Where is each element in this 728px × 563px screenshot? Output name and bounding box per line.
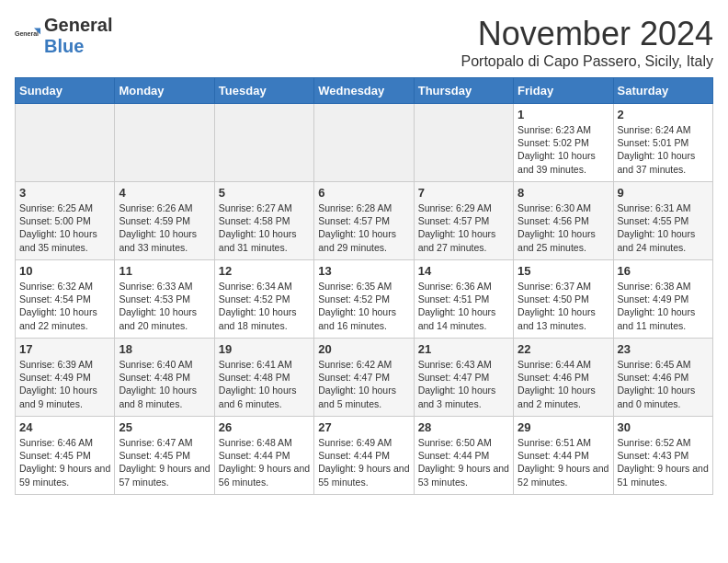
calendar-cell — [314, 104, 414, 182]
calendar-cell: 10Sunrise: 6:32 AMSunset: 4:54 PMDayligh… — [16, 260, 115, 339]
calendar-week-2: 3Sunrise: 6:25 AMSunset: 5:00 PMDaylight… — [16, 182, 713, 260]
day-info: Sunset: 4:45 PM — [19, 449, 110, 462]
logo-general: General — [44, 15, 112, 35]
day-info: Daylight: 9 hours and 51 minutes. — [618, 462, 709, 488]
day-info: Daylight: 10 hours and 39 minutes. — [518, 149, 609, 175]
day-number: 2 — [618, 108, 709, 121]
day-info: Sunset: 4:48 PM — [219, 371, 310, 384]
calendar-cell: 4Sunrise: 6:26 AMSunset: 4:59 PMDaylight… — [115, 182, 214, 260]
day-info: Sunrise: 6:34 AM — [219, 280, 310, 293]
logo-wordmark: General Blue — [44, 15, 112, 57]
day-info: Sunrise: 6:23 AM — [518, 123, 609, 136]
day-info: Sunset: 4:52 PM — [318, 293, 409, 305]
calendar-cell: 29Sunrise: 6:51 AMSunset: 4:44 PMDayligh… — [514, 417, 613, 495]
day-info: Sunrise: 6:28 AM — [318, 201, 409, 214]
day-info: Daylight: 10 hours and 24 minutes. — [618, 227, 709, 253]
day-info: Sunset: 4:49 PM — [19, 371, 110, 384]
day-number: 8 — [518, 186, 609, 200]
svg-text:General: General — [15, 30, 39, 37]
calendar-cell: 14Sunrise: 6:36 AMSunset: 4:51 PMDayligh… — [414, 260, 513, 339]
calendar-cell: 28Sunrise: 6:50 AMSunset: 4:44 PMDayligh… — [414, 417, 513, 495]
day-info: Sunrise: 6:46 AM — [19, 436, 110, 449]
day-info: Daylight: 10 hours and 5 minutes. — [318, 384, 409, 409]
calendar-week-4: 17Sunrise: 6:39 AMSunset: 4:49 PMDayligh… — [16, 339, 713, 417]
day-info: Daylight: 9 hours and 59 minutes. — [19, 462, 110, 488]
day-info: Sunset: 4:58 PM — [219, 214, 310, 227]
day-info: Sunset: 4:47 PM — [318, 371, 409, 384]
calendar-cell: 6Sunrise: 6:28 AMSunset: 4:57 PMDaylight… — [314, 182, 414, 260]
calendar-cell — [16, 104, 115, 182]
day-number: 12 — [219, 264, 310, 278]
day-info: Sunset: 4:47 PM — [418, 371, 509, 384]
day-number: 30 — [618, 420, 709, 434]
day-info: Sunset: 4:43 PM — [618, 449, 709, 462]
day-info: Daylight: 9 hours and 56 minutes. — [219, 462, 310, 488]
day-info: Sunset: 4:55 PM — [618, 214, 709, 227]
calendar-cell: 27Sunrise: 6:49 AMSunset: 4:44 PMDayligh… — [314, 417, 414, 495]
day-info: Daylight: 10 hours and 18 minutes. — [219, 305, 310, 331]
day-number: 5 — [219, 186, 310, 200]
day-number: 27 — [318, 420, 409, 434]
calendar-cell: 7Sunrise: 6:29 AMSunset: 4:57 PMDaylight… — [414, 182, 513, 260]
day-info: Sunrise: 6:40 AM — [119, 358, 210, 371]
day-info: Daylight: 10 hours and 29 minutes. — [318, 227, 409, 253]
day-number: 16 — [618, 264, 709, 278]
logo-blue: Blue — [44, 36, 84, 56]
day-info: Sunset: 5:01 PM — [618, 136, 709, 149]
day-info: Daylight: 10 hours and 16 minutes. — [318, 305, 409, 331]
day-info: Sunrise: 6:38 AM — [618, 280, 709, 293]
day-number: 26 — [219, 420, 310, 434]
day-info: Sunrise: 6:52 AM — [618, 436, 709, 449]
month-title: November 2024 — [461, 15, 714, 53]
day-info: Daylight: 10 hours and 6 minutes. — [219, 384, 310, 409]
day-number: 9 — [618, 186, 709, 200]
day-number: 19 — [219, 342, 310, 356]
day-info: Daylight: 9 hours and 53 minutes. — [418, 462, 509, 488]
day-info: Sunrise: 6:45 AM — [618, 358, 709, 371]
day-info: Sunrise: 6:42 AM — [318, 358, 409, 371]
calendar-cell: 13Sunrise: 6:35 AMSunset: 4:52 PMDayligh… — [314, 260, 414, 339]
day-number: 10 — [19, 264, 110, 278]
day-info: Sunrise: 6:24 AM — [618, 123, 709, 136]
day-info: Sunrise: 6:33 AM — [119, 280, 210, 293]
day-info: Sunset: 4:49 PM — [618, 293, 709, 305]
day-number: 4 — [119, 186, 210, 200]
calendar-cell — [214, 104, 313, 182]
day-info: Sunrise: 6:25 AM — [19, 201, 110, 214]
day-info: Sunrise: 6:36 AM — [418, 280, 509, 293]
calendar-cell: 9Sunrise: 6:31 AMSunset: 4:55 PMDaylight… — [613, 182, 712, 260]
day-info: Daylight: 10 hours and 9 minutes. — [19, 384, 110, 409]
day-info: Daylight: 10 hours and 3 minutes. — [418, 384, 509, 409]
day-number: 14 — [418, 264, 509, 278]
day-info: Sunset: 4:46 PM — [618, 371, 709, 384]
calendar-cell: 8Sunrise: 6:30 AMSunset: 4:56 PMDaylight… — [514, 182, 613, 260]
day-info: Daylight: 10 hours and 25 minutes. — [518, 227, 609, 253]
day-info: Sunset: 4:53 PM — [119, 293, 210, 305]
header-friday: Friday — [514, 78, 613, 104]
day-info: Sunrise: 6:44 AM — [518, 358, 609, 371]
calendar-cell: 3Sunrise: 6:25 AMSunset: 5:00 PMDaylight… — [16, 182, 115, 260]
calendar-cell: 12Sunrise: 6:34 AMSunset: 4:52 PMDayligh… — [214, 260, 313, 339]
calendar-week-5: 24Sunrise: 6:46 AMSunset: 4:45 PMDayligh… — [16, 417, 713, 495]
day-info: Daylight: 10 hours and 37 minutes. — [618, 149, 709, 175]
calendar-cell: 25Sunrise: 6:47 AMSunset: 4:45 PMDayligh… — [115, 417, 214, 495]
calendar-cell: 15Sunrise: 6:37 AMSunset: 4:50 PMDayligh… — [514, 260, 613, 339]
day-info: Daylight: 10 hours and 14 minutes. — [418, 305, 509, 331]
day-info: Sunrise: 6:41 AM — [219, 358, 310, 371]
calendar-cell: 11Sunrise: 6:33 AMSunset: 4:53 PMDayligh… — [115, 260, 214, 339]
calendar-cell: 21Sunrise: 6:43 AMSunset: 4:47 PMDayligh… — [414, 339, 513, 417]
day-info: Sunset: 4:51 PM — [418, 293, 509, 305]
calendar-cell — [115, 104, 214, 182]
day-number: 13 — [318, 264, 409, 278]
day-number: 3 — [19, 186, 110, 200]
calendar-cell: 20Sunrise: 6:42 AMSunset: 4:47 PMDayligh… — [314, 339, 414, 417]
header-sunday: Sunday — [16, 78, 115, 104]
day-info: Daylight: 10 hours and 22 minutes. — [19, 305, 110, 331]
day-info: Sunset: 4:44 PM — [418, 449, 509, 462]
day-info: Sunset: 4:56 PM — [518, 214, 609, 227]
day-info: Sunrise: 6:31 AM — [618, 201, 709, 214]
day-info: Sunset: 4:46 PM — [518, 371, 609, 384]
calendar-week-3: 10Sunrise: 6:32 AMSunset: 4:54 PMDayligh… — [16, 260, 713, 339]
day-info: Sunset: 5:02 PM — [518, 136, 609, 149]
day-number: 17 — [19, 342, 110, 356]
